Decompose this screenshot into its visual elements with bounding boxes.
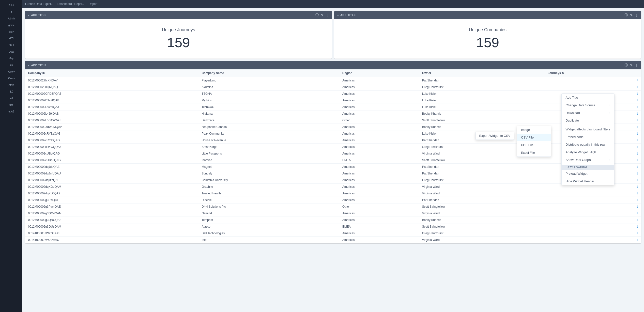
submenu-pdf[interactable]: PDF File	[517, 141, 551, 149]
table-cell: TechCXO	[199, 104, 340, 110]
table-row[interactable]: 0012M00002D9vZiQAJTechCXOAmericasLuke Ki…	[25, 104, 641, 110]
table-widget-header: ● ADD TITLE ⓘ ✎ ⋮	[25, 61, 641, 70]
menu-widget-affects[interactable]: Widget affects dashboard filters	[562, 126, 614, 133]
table-row[interactable]: 0012M00002dqXGeQAMGraphiteAmericasVirgin…	[25, 183, 641, 190]
table-cell: Americas	[340, 104, 419, 110]
sidebar-item-admin[interactable]: Admin	[0, 15, 22, 22]
widget-unique-journeys: ● ADD TITLE ⓘ ✎ ⋮ Unique Journeys 159	[25, 11, 332, 58]
widget1-edit-icon[interactable]: ✎	[321, 13, 324, 17]
tab-report[interactable]: Report	[88, 2, 98, 6]
table-row[interactable]: 0012M00002dqXLCQA2Trusted HealthAmericas…	[25, 190, 641, 196]
table-cell: Greg Hawxhurst	[419, 230, 545, 236]
table-cell: 0012M00002cUBctQAG	[25, 150, 199, 157]
menu-distribute-equally[interactable]: Distribute equally in this row	[562, 141, 614, 148]
table-cell: Bobby Khamis	[419, 216, 545, 223]
widget2-icons: ⓘ ✎ ⋮	[624, 13, 638, 17]
chevron-right-icon-download: ›	[610, 112, 610, 114]
sidebar-item-eltri[interactable]: el Tri	[0, 35, 22, 42]
sidebar-item-elst[interactable]: els T	[0, 42, 22, 48]
sidebar-item-geme[interactable]: geme	[0, 22, 22, 28]
sidebar-item-attrib[interactable]: Attrib	[0, 82, 22, 88]
table-widget-info-icon[interactable]: ⓘ	[624, 63, 628, 68]
menu-preload-widget[interactable]: Preload Widget	[562, 170, 614, 178]
table-row[interactable]: 0012M00002g3QNGQA2TempestAmericasBobby K…	[25, 216, 641, 223]
table-cell: EMEA	[340, 223, 419, 230]
sidebar: & Int t Admin geme els H el Tri els T Da…	[0, 0, 22, 312]
menu-download[interactable]: Download › Image CSV File PDF File Excel…	[562, 109, 614, 117]
table-row[interactable]: 0012M00002g3PymQAED4t4 Solutions PlcOthe…	[25, 203, 641, 210]
table-cell: 1	[545, 77, 641, 84]
widget1-info-icon[interactable]: ⓘ	[315, 13, 319, 17]
table-row[interactable]: 0012M00002g3PslQAEDutchieAmericasPat She…	[25, 196, 641, 203]
widget1-icons: ⓘ ✎ ⋮	[315, 13, 329, 17]
table-widget-more-icon[interactable]: ⋮	[635, 64, 638, 67]
table-cell: 0012M00002dqJmVQAU	[25, 170, 199, 177]
tab-funnel[interactable]: Funnel: Data Explor...	[25, 2, 54, 6]
sidebar-item-v1[interactable]: 1.0	[0, 88, 22, 95]
tab-dashboard[interactable]: Dashboard / Repor...	[57, 2, 84, 6]
table-row[interactable]: 00141000007W2t2AACIntelAmericasVirginia …	[25, 236, 641, 243]
widget2-edit-icon[interactable]: ✎	[630, 13, 633, 17]
table-cell: Americas	[340, 170, 419, 177]
sidebar-item-ds[interactable]: ds	[0, 62, 22, 68]
submenu-image[interactable]: Image	[517, 126, 551, 134]
table-cell: 0012M00002dqXLCQA2	[25, 190, 199, 196]
menu-show-daql[interactable]: Show Daql Graph ›	[562, 156, 614, 164]
filter-icon[interactable]: ⇅	[562, 72, 564, 74]
sidebar-item-elsh[interactable]: els H	[0, 28, 22, 35]
table-cell: Peak Community	[199, 130, 340, 137]
table-cell: Americas	[340, 164, 419, 170]
table-header-row: Company ID Company Name Region Owner Jou…	[25, 70, 641, 77]
table-row[interactable]: 0012M00002cUBh3QAGInnoveoEMEAScott Strin…	[25, 157, 641, 164]
sidebar-item-overv[interactable]: Overv	[0, 68, 22, 75]
widget2-title: ADD TITLE	[340, 14, 356, 16]
table-cell: Dutchie	[199, 196, 340, 203]
widget1-more-icon[interactable]: ⋮	[326, 13, 329, 17]
sidebar-item-grg[interactable]: Grg	[0, 55, 22, 62]
submenu-csv[interactable]: CSV File	[517, 134, 551, 141]
widget1-title: ADD TITLE	[31, 14, 46, 16]
table-row[interactable]: 0012M00002g3QUsQAMAlascoEMEAScott String…	[25, 223, 641, 230]
sidebar-item-data[interactable]: Data	[0, 48, 22, 55]
menu-duplicate[interactable]: Duplicate	[562, 117, 614, 124]
widget1-metric-value: 159	[167, 34, 190, 50]
table-row[interactable]: 0012M00002D9v7fQABMythicsAmericasLuke Ki…	[25, 97, 641, 104]
table-row[interactable]: 0012M00002dqJdpQAEMagnetiAmericasPat She…	[25, 164, 641, 170]
menu-analyze-widget[interactable]: Analyze Widget JAQL	[562, 148, 614, 156]
menu-add-title[interactable]: Add Title	[562, 94, 614, 102]
table-cell: 0012M00002L5mCuQAJ	[25, 117, 199, 124]
sidebar-item-tion[interactable]: tion	[0, 102, 22, 108]
sidebar-item-int[interactable]: & Int	[0, 2, 22, 8]
submenu-excel[interactable]: Excel File	[517, 149, 551, 156]
table-row[interactable]: 0012M00027IcXNQAYPlayerLyncAmericasPat S…	[25, 77, 641, 84]
table-row[interactable]: 0012M00002CPDZPQA5TEGNAAmericasLuke Kisi…	[25, 90, 641, 97]
table-cell: Scott Stringfellow	[419, 223, 545, 230]
table-cell: 1	[545, 230, 641, 236]
table-row[interactable]: 00141000007W2oGAASDell TechnologiesAmeri…	[25, 230, 641, 236]
widget-unique-companies: ● ADD TITLE ⓘ ✎ ⋮ Unique Companies 159	[334, 11, 641, 58]
sidebar-item-ail[interactable]: ail	[0, 95, 22, 102]
table-row[interactable]: 0012M00002L5mCuQAJDarktraceOtherScott St…	[25, 117, 641, 124]
menu-hide-widget-header[interactable]: Hide Widget Header	[562, 178, 614, 185]
table-row[interactable]: 0012M00002L429jQABHiMamaAmericasBobby Kh…	[25, 110, 641, 117]
table-cell: Americas	[340, 236, 419, 243]
table-row[interactable]: 0012M00002dqJmVQAUBonuslyAmericasPat She…	[25, 170, 641, 177]
table-row[interactable]: 0012M00002g3QG4QAMOsmindAmericasVirginia…	[25, 210, 641, 216]
table-cell: Intel	[199, 236, 340, 243]
sidebar-item-t[interactable]: t	[0, 8, 22, 15]
sidebar-item-etab[interactable]: et AB	[0, 108, 22, 115]
table-cell: Bonusly	[199, 170, 340, 177]
widget2-metric-label: Unique Companies	[469, 27, 506, 32]
table-row[interactable]: 0012M00029n0jNQAQAkuminaAmericasGreg Haw…	[25, 84, 641, 90]
menu-embed-code[interactable]: Embed code	[562, 133, 614, 141]
table-cell: Little Passports	[199, 150, 340, 157]
widget2-more-icon[interactable]: ⋮	[635, 13, 638, 17]
table-cell: 0012M00002cRY3zQAG	[25, 130, 199, 137]
col-company-name: Company Name	[199, 70, 340, 77]
widget2-info-icon[interactable]: ⓘ	[624, 13, 628, 17]
sidebar-item-overv2[interactable]: Overv	[0, 75, 22, 82]
table-row[interactable]: 0012M00002dqJzhQAEColumbia UniversityAme…	[25, 177, 641, 183]
menu-change-data-source[interactable]: Change Data Source ›	[562, 102, 614, 109]
table-widget-edit-icon[interactable]: ✎	[630, 64, 633, 67]
table-cell: Americas	[340, 137, 419, 144]
